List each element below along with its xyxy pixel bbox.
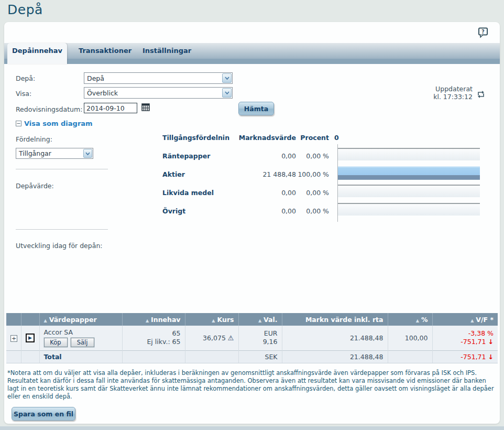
header-markn-varde[interactable]: Markn värde inkl. rta — [282, 313, 388, 326]
chevron-down-icon[interactable] — [222, 73, 232, 83]
row-detail-arrow-icon[interactable]: ▶ — [26, 334, 35, 342]
chart-market-value: 0,00 — [237, 152, 296, 160]
sort-asc-icon: ▲ — [44, 318, 47, 323]
toggle-label: Visa som diagram — [24, 120, 93, 127]
divider — [16, 169, 108, 169]
header-expand-col — [6, 313, 21, 326]
total-vf-value: -751,71 — [461, 353, 486, 361]
chart-market-value: 21 488,48 — [237, 170, 296, 178]
header-label: V/F * — [476, 316, 494, 324]
chart-bar-rantepapper — [338, 148, 480, 160]
fordelning-label: Fördelning: — [16, 135, 52, 143]
currency-code: EUR — [243, 329, 278, 338]
holdings-total-row: Total SEK 21.488,48 -751,71 ↓ — [6, 350, 498, 363]
redovisningsdatum-input[interactable] — [84, 103, 137, 113]
fordelning-select-value: Tillgångar — [19, 149, 51, 157]
main-panel: ? Depåinnehav Transaktioner Inställninga… — [4, 22, 500, 424]
visa-select-value: Överblick — [87, 89, 118, 97]
chart-percent: 0,00 % — [292, 207, 329, 215]
arrow-down-icon: ↓ — [488, 338, 494, 346]
tab-bar-strip — [4, 59, 500, 64]
chart-header-procent: Procent — [292, 134, 329, 142]
header-procent[interactable]: ▲% — [388, 313, 432, 326]
chart-header-marknadsvarde: Marknadsvärde — [237, 134, 296, 142]
updated-line1: Uppdaterat — [433, 85, 473, 93]
arrow-down-icon: ↓ — [488, 353, 494, 361]
chart-market-value: 0,00 — [237, 207, 296, 215]
expand-row-icon[interactable]: + — [10, 335, 17, 342]
chart-bar-ovrigt — [338, 203, 480, 216]
chart-category: Aktier — [162, 170, 185, 178]
chart-percent: 0,00 % — [292, 189, 329, 197]
visa-select[interactable]: Överblick — [84, 87, 233, 99]
svg-text:?: ? — [481, 29, 485, 35]
header-kurs[interactable]: ▲Kurs — [185, 313, 238, 326]
page-title: Depå — [7, 2, 43, 17]
header-label: Innehav — [151, 316, 180, 324]
chart-axis-origin-label: 0 — [334, 134, 339, 142]
fx-rate: 9,16 — [243, 338, 278, 346]
refresh-icon[interactable] — [477, 90, 485, 100]
updated-status: Uppdaterat kl. 17:33:12 — [433, 85, 473, 101]
tab-depainnehav[interactable]: Depåinnehav — [7, 43, 67, 64]
updated-line2: kl. 17:33:12 — [433, 93, 473, 101]
salj-button[interactable]: Sälj — [71, 338, 94, 347]
header-label: % — [421, 316, 428, 324]
holding-note: Ej likv.: 65 — [127, 338, 181, 346]
header-innehav[interactable]: ▲Innehav — [122, 313, 185, 326]
bottom-strip — [0, 426, 504, 430]
depa-label: Depå: — [16, 74, 35, 82]
chart-category: Övrigt — [162, 207, 185, 215]
footnote-text: *Notera att om du väljer att visa alla d… — [7, 369, 497, 401]
header-label: Kurs — [217, 316, 234, 324]
chart-bar-likvida-medel — [338, 185, 480, 197]
tab-content: Depå: Depå Visa: Överblick Redovisningsd… — [4, 64, 500, 424]
sort-asc-icon: ▲ — [146, 318, 149, 323]
total-currency: SEK — [238, 350, 282, 363]
visa-som-diagram-toggle[interactable]: −Visa som diagram — [16, 120, 93, 127]
chart-category: Likvida medel — [162, 189, 214, 197]
chevron-down-icon[interactable] — [83, 149, 92, 158]
depa-select[interactable]: Depå — [84, 72, 233, 84]
utveckling-label: Utveckling idag för depån: — [16, 242, 103, 250]
tab-transaktioner[interactable]: Transaktioner — [79, 43, 132, 59]
tab-installningar[interactable]: Inställningar — [143, 43, 191, 59]
kop-button[interactable]: Köp — [44, 338, 68, 347]
total-market-value: 21.488,48 — [282, 350, 388, 363]
calendar-icon[interactable] — [141, 103, 150, 113]
vf-percent: -3,38 % — [437, 329, 494, 338]
hamta-button[interactable]: Hämta — [238, 102, 274, 115]
sort-asc-icon: ▲ — [470, 318, 474, 323]
collapse-icon[interactable]: − — [16, 121, 21, 126]
sort-asc-icon: ▲ — [258, 318, 261, 323]
chart-header-tillgangsfordelning: Tillgångsfördelning — [162, 134, 229, 142]
header-label: Markn värde inkl. rta — [305, 316, 384, 324]
sort-asc-icon: ▲ — [212, 318, 215, 323]
spara-som-en-fil-button[interactable]: Spara som en fil — [12, 407, 75, 421]
warning-icon[interactable]: ⚠ — [228, 334, 234, 342]
percent-value: 100,00 — [388, 326, 432, 350]
help-icon[interactable]: ? — [478, 27, 488, 38]
total-label: Total — [39, 350, 122, 363]
chart-bar-aktier — [338, 166, 480, 179]
depa-select-value: Depå — [87, 74, 104, 82]
header-action-col — [21, 313, 39, 326]
chevron-down-icon[interactable] — [222, 88, 232, 98]
visa-label: Visa: — [16, 90, 31, 98]
security-name: Accor SA — [44, 328, 118, 336]
chart-percent: 0,00 % — [292, 152, 329, 160]
header-vf[interactable]: ▲V/F * — [432, 313, 498, 326]
chart-category: Räntepapper — [162, 152, 210, 160]
holdings-row-accor: + ▶ Accor SA KöpSälj 65 Ej likv.: 65 36,… — [6, 326, 498, 350]
header-val[interactable]: ▲Val. — [238, 313, 282, 326]
header-label: Val. — [264, 316, 277, 324]
chart-percent: 100,00 % — [292, 170, 329, 178]
header-vardepapper[interactable]: ▲Värdepapper — [39, 313, 122, 326]
header-label: Värdepapper — [49, 316, 97, 324]
holding-quantity: 65 — [127, 329, 181, 338]
fordelning-select[interactable]: Tillgångar — [16, 148, 93, 159]
sort-asc-icon: ▲ — [416, 318, 419, 323]
holdings-header-row: ▲Värdepapper ▲Innehav ▲Kurs ▲Val. Markn … — [6, 313, 498, 326]
divider — [16, 229, 108, 230]
holdings-table: ▲Värdepapper ▲Innehav ▲Kurs ▲Val. Markn … — [6, 313, 498, 363]
